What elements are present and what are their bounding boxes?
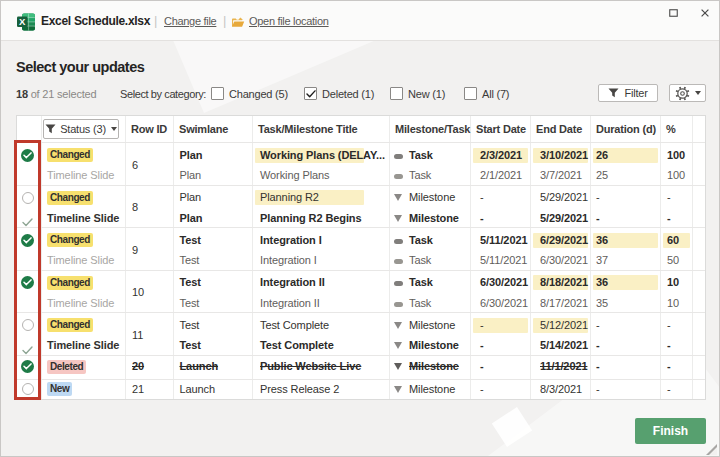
svg-text:X: X: [19, 16, 26, 27]
